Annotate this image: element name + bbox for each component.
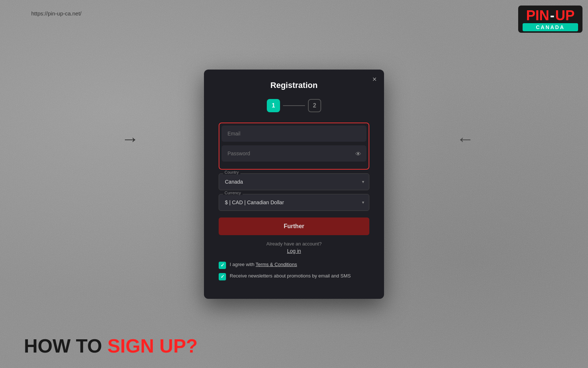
password-group: 👁 [222, 145, 366, 163]
eye-icon[interactable]: 👁 [355, 151, 361, 158]
terms-link[interactable]: Terms & Conditions [256, 262, 297, 267]
modal-overlay: × Registration 1 2 👁 Country [0, 0, 588, 368]
step-line [283, 105, 305, 106]
close-button[interactable]: × [372, 75, 377, 83]
further-button[interactable]: Further [219, 217, 369, 235]
login-link[interactable]: Log in [219, 248, 369, 254]
terms-label: I agree with Terms & Conditions [230, 261, 297, 268]
newsletter-label: Receive newsletters about promotions by … [230, 273, 351, 279]
check-icon-2: ✓ [220, 274, 225, 279]
currency-select[interactable]: $ | CAD | Canadian Dollar [219, 194, 369, 211]
email-group [222, 125, 366, 142]
email-password-group: 👁 [219, 123, 369, 170]
newsletter-checkbox[interactable]: ✓ [219, 273, 226, 280]
account-text: Already have an account? [219, 241, 369, 247]
country-label: Country [223, 170, 240, 174]
currency-group: Currency $ | CAD | Canadian Dollar ▾ [219, 194, 369, 211]
newsletter-checkbox-row: ✓ Receive newsletters about promotions b… [219, 273, 369, 280]
modal-title: Registration [219, 81, 369, 90]
email-input[interactable] [222, 125, 366, 142]
terms-checkbox[interactable]: ✓ [219, 262, 226, 269]
registration-modal: × Registration 1 2 👁 Country [204, 70, 384, 299]
terms-checkbox-row: ✓ I agree with Terms & Conditions [219, 261, 369, 269]
step-1[interactable]: 1 [267, 99, 280, 112]
country-select[interactable]: Canada [219, 173, 369, 190]
check-icon: ✓ [220, 262, 225, 268]
steps-indicator: 1 2 [219, 99, 369, 112]
country-group: Country Canada ▾ [219, 173, 369, 190]
step-2[interactable]: 2 [308, 99, 321, 112]
currency-label: Currency [223, 191, 243, 195]
password-input[interactable] [222, 145, 366, 162]
